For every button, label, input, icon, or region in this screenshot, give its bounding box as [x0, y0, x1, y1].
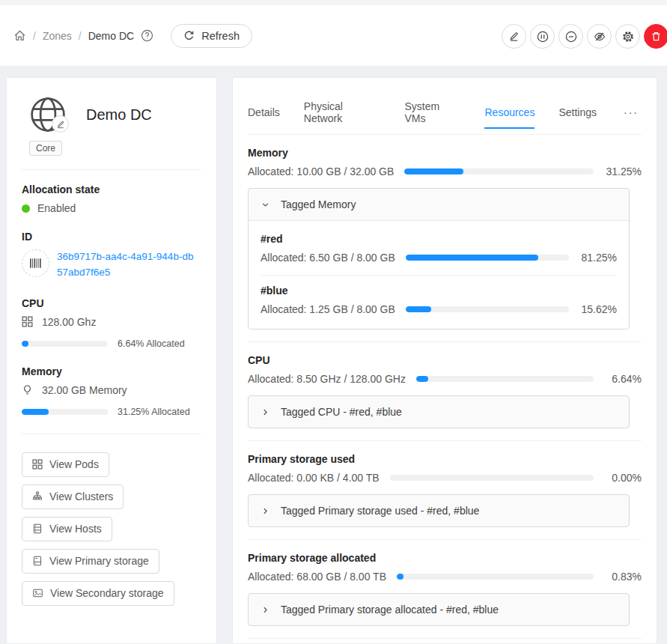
section-title: CPU: [248, 354, 642, 366]
id-label: ID: [22, 231, 201, 243]
resource-section-cpu: CPU Allocated: 8.50 GHz / 128.00 GHz 6.6…: [248, 341, 642, 428]
percent-label: 81.25%: [579, 252, 617, 264]
section-title: Primary storage allocated: [248, 552, 642, 564]
progress-fill: [404, 168, 463, 174]
allocated-text: Allocated: 1.25 GB / 8.00 GB: [261, 303, 395, 315]
progress-fill: [397, 574, 403, 580]
edit-name-button[interactable]: [52, 115, 69, 133]
cpu-alloc-label: 6.64% Allocated: [118, 338, 201, 349]
chevron-right-icon: [261, 606, 269, 614]
status-dot: [22, 204, 30, 213]
view-buttons: View Pods View Clusters: [22, 452, 201, 606]
tab-details[interactable]: Details: [248, 100, 280, 128]
refresh-label: Refresh: [201, 30, 240, 42]
progress-fill: [416, 376, 428, 382]
tagged-cpu-collapse: Tagged CPU - #red, #blue: [248, 395, 630, 428]
disable-zone-button[interactable]: [558, 24, 583, 49]
tagged-memory-body: #red Allocated: 6.50 GB / 8.00 GB 81.25%…: [249, 220, 629, 329]
cluster-icon: [32, 491, 43, 502]
memory-capacity: 32.00 GB Memory: [42, 384, 127, 396]
memory-label: Memory: [22, 365, 201, 377]
memory-progress-track: [22, 409, 108, 415]
tagged-memory-header[interactable]: Tagged Memory: [249, 189, 629, 220]
cpu-field: CPU 128.00 Ghz 6.64% Allocated: [22, 297, 201, 349]
tab-resources[interactable]: Resources: [484, 100, 534, 128]
trash-icon: [651, 31, 662, 42]
gear-icon: [622, 31, 634, 43]
zone-head: Demo DC: [22, 93, 201, 133]
minus-circle-icon: [565, 31, 577, 43]
tagged-cpu-header[interactable]: Tagged CPU - #red, #blue: [249, 396, 629, 428]
tab-bar: Details Physical Network System VMs Reso…: [248, 84, 642, 135]
tab-physical-network[interactable]: Physical Network: [304, 94, 381, 134]
zone-summary-panel: Demo DC Core Allocation state Enabled ID: [6, 77, 217, 644]
progress-track: [406, 306, 569, 312]
allocated-text: Allocated: 0.00 KB / 4.00 TB: [248, 472, 380, 484]
resource-section-memory: Memory Allocated: 10.00 GB / 32.00 GB 31…: [248, 135, 642, 329]
bulb-icon: [22, 384, 33, 396]
memory-alloc-label: 31.25% Allocated: [118, 407, 201, 417]
header-actions: [502, 24, 667, 49]
section-title: Memory: [248, 147, 642, 159]
cpu-capacity: 128.00 Ghz: [42, 316, 96, 328]
progress-track: [406, 255, 569, 261]
window-top-strip: [0, 0, 667, 5]
percent-label: 6.64%: [604, 373, 642, 385]
allocated-text: Allocated: 6.50 GB / 8.00 GB: [261, 252, 395, 264]
breadcrumb: / Zones / Demo DC Refresh: [13, 24, 252, 48]
progress-fill: [406, 306, 431, 312]
allocation-state-field: Allocation state Enabled: [22, 183, 201, 214]
id-field: ID 36b9717b-aa4c-4a91-944b-db 57abd7f6e5: [22, 231, 201, 281]
chevron-down-icon: [261, 201, 269, 209]
view-secondary-storage-button[interactable]: View Secondary storage: [22, 581, 174, 606]
progress-track: [404, 168, 594, 174]
hdd-icon: [32, 556, 43, 566]
settings-zone-button[interactable]: [615, 24, 640, 49]
divider: [261, 275, 617, 276]
view-pods-button[interactable]: View Pods: [22, 452, 109, 477]
tagged-primary-storage-used-header[interactable]: Tagged Primary storage used - #red, #blu…: [249, 495, 629, 526]
question-circle-icon[interactable]: [141, 29, 153, 42]
refresh-icon: [183, 30, 195, 41]
page-body: Demo DC Core Allocation state Enabled ID: [0, 66, 667, 644]
divider: [22, 434, 201, 434]
breadcrumb-zones[interactable]: Zones: [43, 30, 72, 42]
tagged-primary-storage-allocated-header[interactable]: Tagged Primary storage allocated - #red,…: [249, 594, 629, 625]
percent-label: 0.00%: [604, 472, 642, 484]
section-title: Primary storage used: [248, 453, 642, 465]
edit-icon: [508, 31, 520, 42]
tag-name: #blue: [261, 285, 617, 297]
view-clusters-button[interactable]: View Clusters: [22, 484, 124, 509]
breadcrumb-separator: /: [33, 30, 36, 42]
cpu-progress-fill: [22, 341, 28, 347]
percent-label: 0.83%: [604, 571, 642, 583]
progress-track: [416, 376, 594, 382]
tab-settings[interactable]: Settings: [558, 100, 597, 128]
allocated-text: Allocated: 10.00 GB / 32.00 GB: [248, 165, 394, 177]
allocation-state-value: Enabled: [37, 202, 76, 214]
tab-more-icon[interactable]: ···: [621, 100, 642, 128]
chevron-right-icon: [261, 507, 269, 515]
refresh-button[interactable]: Refresh: [171, 24, 252, 48]
database-icon: [32, 523, 43, 534]
resource-section-primary-storage-allocated: Primary storage allocated Allocated: 68.…: [248, 539, 642, 626]
hide-zone-button[interactable]: [587, 24, 612, 49]
pause-zone-button[interactable]: [530, 24, 555, 49]
view-hosts-button[interactable]: View Hosts: [22, 517, 112, 541]
tagged-memory-collapse: Tagged Memory #red Allocated: 6.50 GB / …: [248, 188, 630, 329]
chevron-right-icon: [261, 408, 269, 416]
tag-name: #red: [261, 233, 617, 245]
zone-id-link[interactable]: 36b9717b-aa4c-4a91-944b-db 57abd7f6e5: [57, 249, 193, 281]
allocation-state-label: Allocation state: [22, 183, 201, 195]
progress-fill: [406, 255, 538, 261]
edit-zone-button[interactable]: [502, 24, 526, 49]
picture-icon: [32, 588, 43, 598]
breadcrumb-separator: /: [79, 30, 82, 42]
view-primary-storage-button[interactable]: View Primary storage: [22, 549, 159, 574]
barcode-icon: [22, 249, 49, 277]
eye-invisible-icon: [594, 31, 606, 43]
home-icon[interactable]: [13, 29, 26, 42]
delete-zone-button[interactable]: [644, 24, 667, 49]
tab-system-vms[interactable]: System VMs: [404, 94, 460, 134]
cpu-label: CPU: [22, 297, 201, 309]
